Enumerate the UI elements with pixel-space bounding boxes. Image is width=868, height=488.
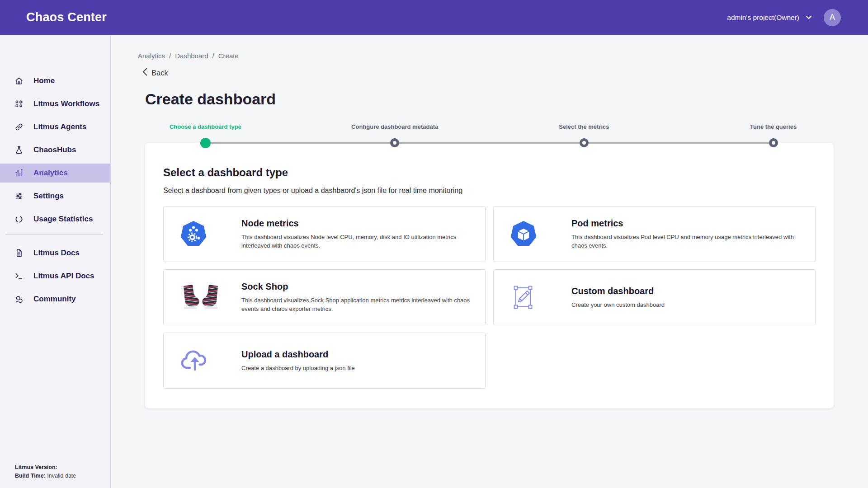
sidebar-item-litmus-agents[interactable]: Litmus Agents bbox=[0, 117, 110, 136]
sidebar: Home Litmus Workflows Litmus Agents Chao… bbox=[0, 35, 111, 488]
sidebar-version-footer: Litmus Version: Build Time: Invalid date bbox=[15, 463, 76, 480]
terminal-icon bbox=[14, 272, 24, 281]
sidebar-divider bbox=[5, 234, 103, 235]
select-dashboard-type-panel: Select a dashboard type Select a dashboa… bbox=[145, 143, 834, 408]
sidebar-item-home[interactable]: Home bbox=[0, 71, 110, 90]
circle-dash-icon bbox=[14, 215, 24, 224]
kubernetes-pod-icon bbox=[510, 221, 553, 248]
step-dot-3 bbox=[580, 138, 589, 147]
type-description: Create your own custom dashboard bbox=[571, 300, 665, 309]
step-dot-2 bbox=[390, 138, 399, 147]
breadcrumb-dashboard[interactable]: Dashboard bbox=[175, 52, 208, 60]
breadcrumb-analytics[interactable]: Analytics bbox=[138, 52, 165, 60]
sidebar-item-chaoshubs[interactable]: ChaosHubs bbox=[0, 141, 110, 160]
back-button[interactable]: Back bbox=[142, 68, 183, 78]
build-time-value: Invalid date bbox=[47, 473, 76, 479]
project-selector-label: admin's project(Owner) bbox=[727, 14, 799, 22]
step-dot-1 bbox=[200, 138, 211, 148]
dashboard-type-sock-shop[interactable]: Sock Shop This dashboard visualizes Sock… bbox=[163, 269, 486, 325]
sidebar-item-community[interactable]: Community bbox=[0, 290, 110, 309]
type-description: This dashboard visualizes Node level CPU… bbox=[241, 233, 472, 250]
stepper: Choose a dashboard type Configure dashbo… bbox=[111, 123, 868, 148]
step-label-select-metrics: Select the metrics bbox=[490, 123, 679, 130]
dashboard-type-node-metrics[interactable]: Node metrics This dashboard visualizes N… bbox=[163, 206, 486, 262]
panel-subtitle: Select a dashboard from given types or u… bbox=[163, 187, 816, 195]
type-title: Sock Shop bbox=[241, 282, 472, 292]
type-description: This dashboard visualizes Sock Shop appl… bbox=[241, 296, 472, 313]
chat-bubbles-icon bbox=[14, 295, 24, 304]
step-label-tune-queries: Tune the queries bbox=[679, 123, 868, 130]
project-selector[interactable]: admin's project(Owner) bbox=[727, 14, 812, 22]
type-description: This dashboard visualizes Pod level CPU … bbox=[571, 233, 802, 250]
type-description: Create a dashboard by uploading a json f… bbox=[241, 364, 355, 372]
dashboard-type-upload[interactable]: Upload a dashboard Create a dashboard by… bbox=[163, 333, 486, 389]
litmus-version-label: Litmus Version: bbox=[15, 464, 57, 470]
cloud-upload-icon bbox=[180, 349, 223, 372]
dashboard-type-pod-metrics[interactable]: Pod metrics This dashboard visualizes Po… bbox=[493, 206, 816, 262]
frame-pencil-icon bbox=[510, 284, 553, 311]
sidebar-item-analytics[interactable]: Analytics bbox=[0, 164, 110, 183]
step-label-configure-metadata: Configure dashboard metadata bbox=[300, 123, 490, 130]
build-time-label: Build Time: bbox=[15, 473, 46, 479]
link-icon bbox=[14, 122, 24, 131]
main-content: Analytics / Dashboard / Create Back Crea… bbox=[111, 35, 868, 488]
sidebar-item-litmus-docs[interactable]: Litmus Docs bbox=[0, 244, 110, 263]
step-dot-4 bbox=[769, 138, 778, 147]
workflows-icon bbox=[14, 99, 24, 108]
top-header: Chaos Center admin's project(Owner) A bbox=[0, 0, 868, 35]
sidebar-item-settings[interactable]: Settings bbox=[0, 187, 110, 206]
document-icon bbox=[14, 249, 24, 258]
type-title: Node metrics bbox=[241, 218, 472, 229]
panel-heading: Select a dashboard type bbox=[163, 166, 816, 179]
socks-icon bbox=[180, 284, 223, 311]
breadcrumb: Analytics / Dashboard / Create bbox=[138, 52, 868, 60]
chevron-left-icon bbox=[142, 68, 147, 78]
type-title: Upload a dashboard bbox=[241, 349, 355, 360]
kubernetes-node-icon bbox=[180, 221, 223, 248]
sliders-icon bbox=[14, 192, 24, 201]
sidebar-item-litmus-workflows[interactable]: Litmus Workflows bbox=[0, 94, 110, 113]
dashboard-type-custom[interactable]: Custom dashboard Create your own custom … bbox=[493, 269, 816, 325]
avatar[interactable]: A bbox=[824, 9, 841, 26]
chevron-down-icon bbox=[806, 14, 812, 22]
flask-icon bbox=[14, 145, 24, 155]
page-title: Create dashboard bbox=[145, 90, 868, 108]
app-title: Chaos Center bbox=[26, 10, 107, 24]
bar-chart-icon bbox=[14, 169, 24, 178]
sidebar-item-litmus-api-docs[interactable]: Litmus API Docs bbox=[0, 267, 110, 286]
home-icon bbox=[14, 76, 24, 85]
type-title: Custom dashboard bbox=[571, 286, 665, 296]
breadcrumb-create: Create bbox=[218, 52, 239, 60]
type-title: Pod metrics bbox=[571, 218, 802, 229]
sidebar-item-usage-statistics[interactable]: Usage Statistics bbox=[0, 210, 110, 229]
step-label-choose-type: Choose a dashboard type bbox=[111, 123, 300, 130]
